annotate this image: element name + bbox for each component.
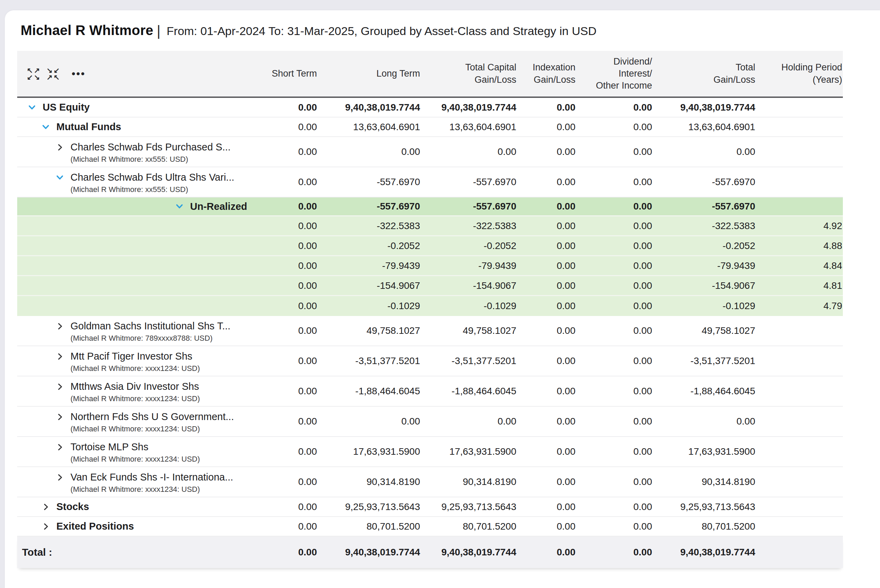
- value-cell: 0.00: [317, 137, 421, 166]
- row-label: Tortoise MLP Shs: [71, 441, 200, 453]
- value-cell: [756, 98, 843, 117]
- value-cell: 0.00: [517, 376, 576, 406]
- row-name-cell: Van Eck Funds Shs -I- Internationa...(Mi…: [17, 467, 259, 496]
- value-cell: 0.00: [576, 256, 653, 275]
- value-cell: 0.00: [259, 256, 317, 275]
- value-cell: 9,40,38,019.7744: [317, 537, 421, 568]
- more-options-icon[interactable]: •••: [72, 67, 86, 80]
- chevron-right-icon[interactable]: [55, 321, 65, 332]
- value-cell: -3,51,377.5201: [653, 346, 756, 376]
- row-label: Total :: [22, 546, 52, 558]
- table-row-charles-schwab-fds-ultra-shs-vari[interactable]: Charles Schwab Fds Ultra Shs Vari...(Mic…: [17, 167, 843, 198]
- chevron-down-icon[interactable]: [174, 201, 185, 212]
- value-cell: 0.00: [517, 167, 576, 197]
- value-cell: -1,88,464.6045: [653, 376, 756, 406]
- row-name-cell: Goldman Sachs Institutional Shs T...(Mic…: [17, 316, 259, 345]
- value-cell: [756, 167, 843, 197]
- table-row-van-eck-funds-shs-i-internationa[interactable]: Van Eck Funds Shs -I- Internationa...(Mi…: [17, 467, 843, 497]
- value-cell: 0.00: [576, 316, 653, 345]
- value-cell: -557.6970: [317, 167, 421, 197]
- row-name-cell: [17, 216, 259, 235]
- table-row-goldman-sachs-institutional-shs-t[interactable]: Goldman Sachs Institutional Shs T...(Mic…: [17, 316, 843, 346]
- table-row-northern-fds-shs-u-s-government[interactable]: Northern Fds Shs U S Government...(Micha…: [17, 406, 843, 437]
- row-label: Mtthws Asia Div Investor Shs: [71, 381, 200, 393]
- value-cell: -3,51,377.5201: [421, 346, 517, 376]
- value-cell: 0.00: [576, 216, 653, 235]
- value-cell: 0.00: [259, 437, 317, 466]
- value-cell: -557.6970: [653, 198, 756, 215]
- row-name-cell: [17, 296, 259, 316]
- chevron-right-icon[interactable]: [55, 382, 65, 392]
- table-row-mtthws-asia-div-investor-shs[interactable]: Mtthws Asia Div Investor Shs(Michael R W…: [17, 376, 843, 406]
- value-cell: -322.5383: [317, 216, 421, 235]
- value-cell: 0.00: [517, 497, 576, 516]
- value-cell: [756, 497, 843, 516]
- expand-all-icon[interactable]: ↖↗↙↘: [27, 67, 41, 81]
- value-cell: 0.00: [576, 98, 653, 117]
- value-cell: 17,63,931.5900: [317, 437, 421, 466]
- table-row-exited-positions[interactable]: Exited Positions0.0080,701.520080,701.52…: [17, 517, 843, 537]
- value-cell: 0.00: [517, 256, 576, 275]
- table-row-total: Total :0.009,40,38,019.77449,40,38,019.7…: [17, 537, 843, 568]
- value-cell: 0.00: [517, 117, 576, 136]
- chevron-down-icon[interactable]: [41, 122, 51, 132]
- value-cell: 0.00: [576, 346, 653, 376]
- value-cell: 0.00: [517, 467, 576, 496]
- client-name: Michael R Whitmore: [21, 22, 153, 38]
- row-label: Van Eck Funds Shs -I- Internationa...: [71, 471, 233, 483]
- value-cell: [756, 316, 843, 345]
- row-sublabel: (Michael R Whitmore: xxxx1234: USD): [71, 364, 200, 373]
- value-cell: -0.1029: [317, 296, 421, 316]
- value-cell: -0.1029: [421, 296, 517, 316]
- value-cell: 0.00: [576, 296, 653, 316]
- value-cell: -322.5383: [653, 216, 756, 235]
- value-cell: 17,63,931.5900: [653, 437, 756, 466]
- value-cell: 4.84: [756, 256, 843, 275]
- chevron-right-icon[interactable]: [55, 412, 65, 422]
- value-cell: 0.00: [421, 137, 517, 166]
- table-row-us-equity[interactable]: US Equity0.009,40,38,019.77449,40,38,019…: [17, 98, 843, 117]
- chevron-right-icon[interactable]: [55, 351, 65, 362]
- value-cell: 0.00: [517, 437, 576, 466]
- chevron-right-icon[interactable]: [55, 442, 65, 452]
- value-cell: 0.00: [259, 316, 317, 345]
- value-cell: -79.9439: [317, 256, 421, 275]
- value-cell: -557.6970: [653, 167, 756, 197]
- value-cell: 90,314.8190: [421, 467, 517, 496]
- table-row-mutual-funds[interactable]: Mutual Funds0.0013,63,604.690113,63,604.…: [17, 117, 843, 137]
- row-name-cell: Mtt Pacif Tiger Investor Shs(Michael R W…: [17, 346, 259, 376]
- row-name-cell: [17, 236, 259, 255]
- value-cell: 0.00: [653, 137, 756, 166]
- column-header-indexation-gain-loss: Indexation Gain/Loss: [517, 51, 576, 96]
- table-row-un-realized[interactable]: Un-Realized0.00-557.6970-557.69700.000.0…: [17, 198, 843, 216]
- row-name-cell: Un-Realized: [17, 198, 259, 215]
- table-row-mtt-pacif-tiger-investor-shs[interactable]: Mtt Pacif Tiger Investor Shs(Michael R W…: [17, 346, 843, 376]
- table-row-charles-schwab-fds-purchased-s[interactable]: Charles Schwab Fds Purchased S...(Michae…: [17, 137, 843, 167]
- collapse-all-icon[interactable]: ↘↙↗↖: [47, 67, 60, 81]
- value-cell: 80,701.5200: [317, 517, 421, 536]
- table-row-stocks[interactable]: Stocks0.009,25,93,713.56439,25,93,713.56…: [17, 497, 843, 517]
- value-cell: 0.00: [259, 497, 317, 516]
- value-cell: -557.6970: [317, 198, 421, 215]
- value-cell: 0.00: [259, 276, 317, 295]
- chevron-right-icon[interactable]: [41, 502, 51, 512]
- value-cell: 9,40,38,019.7744: [653, 98, 756, 117]
- value-cell: 0.00: [259, 236, 317, 255]
- value-cell: 0.00: [259, 537, 317, 568]
- value-cell: 49,758.1027: [317, 316, 421, 345]
- chevron-right-icon[interactable]: [41, 521, 51, 532]
- chevron-right-icon[interactable]: [55, 142, 65, 153]
- value-cell: 49,758.1027: [421, 316, 517, 345]
- chevron-right-icon[interactable]: [55, 472, 65, 483]
- table-row-detail-row-6: 0.00-0.2052-0.20520.000.00-0.20524.88: [17, 236, 843, 256]
- value-cell: -0.2052: [317, 236, 421, 255]
- fund-label-block: Charles Schwab Fds Ultra Shs Vari...(Mic…: [71, 171, 235, 194]
- row-name-cell: [17, 256, 259, 275]
- column-header-holding-period-years: Holding Period (Years): [756, 51, 843, 96]
- chevron-down-icon[interactable]: [27, 102, 37, 112]
- row-name-cell: Charles Schwab Fds Purchased S...(Michae…: [17, 137, 259, 166]
- row-sublabel: (Michael R Whitmore: xx555: USD): [71, 185, 235, 194]
- chevron-down-icon[interactable]: [55, 172, 65, 183]
- table-row-tortoise-mlp-shs[interactable]: Tortoise MLP Shs(Michael R Whitmore: xxx…: [17, 437, 843, 467]
- value-cell: 0.00: [517, 236, 576, 255]
